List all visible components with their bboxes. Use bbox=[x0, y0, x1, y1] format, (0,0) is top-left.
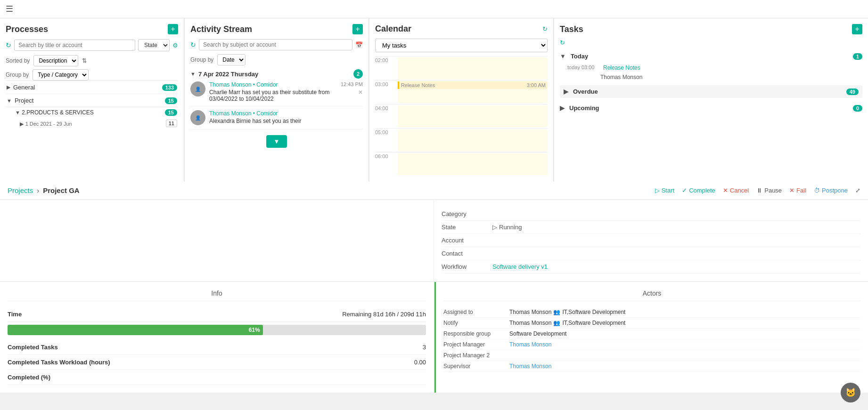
complete-icon: ✓ bbox=[682, 187, 687, 194]
processes-state-select[interactable]: State bbox=[138, 39, 170, 51]
task-item-0: today 03:00 Release Notes bbox=[560, 63, 862, 73]
notify-label: Notify bbox=[443, 320, 509, 326]
info-actors: Info Time Remaining 81d 16h / 209d 11h 6… bbox=[0, 282, 868, 393]
task-title-0[interactable]: Release Notes bbox=[603, 64, 862, 71]
overdue-label: Overdue bbox=[573, 88, 598, 95]
activity-groupby-select[interactable]: Date bbox=[217, 54, 246, 65]
pause-label: Pause bbox=[764, 187, 782, 194]
process-item-general[interactable]: ▶ General 133 bbox=[6, 80, 178, 94]
activity-text-1: Alexandra Birnie has set you as their bbox=[209, 118, 359, 124]
pm-value: Thomas Monson bbox=[509, 341, 551, 348]
cancel-button[interactable]: ✕ Cancel bbox=[723, 187, 749, 194]
menu-icon[interactable]: ☰ bbox=[6, 4, 13, 14]
pause-button[interactable]: ⏸ Pause bbox=[756, 187, 782, 194]
process-subitem-products[interactable]: ▼ 2.PRODUCTS & SERVICES 15 bbox=[6, 107, 178, 118]
progress-label: 61% bbox=[249, 327, 260, 333]
toolbar-actions: ▷ Start ✓ Complete ✕ Cancel ⏸ Pause ✕ Fa… bbox=[655, 187, 860, 194]
pause-icon: ⏸ bbox=[756, 187, 762, 194]
activity-link-1[interactable]: Comidor bbox=[256, 110, 278, 117]
cal-time-0500: 05:00 bbox=[375, 128, 548, 152]
project-count: 15 bbox=[165, 97, 177, 104]
activity-search-input[interactable] bbox=[199, 39, 352, 50]
tasks-refresh-icon[interactable]: ↻ bbox=[560, 39, 862, 46]
cal-slot-0200 bbox=[398, 57, 548, 79]
project-toggle[interactable]: ▼ bbox=[7, 98, 12, 104]
project-detail-left bbox=[0, 200, 434, 281]
products-toggle[interactable]: ▼ bbox=[15, 110, 20, 115]
upcoming-count: 0 bbox=[853, 105, 862, 112]
notify-org-icon: 👥 bbox=[553, 320, 560, 326]
cal-label-0500: 05:00 bbox=[375, 129, 394, 135]
overdue-toggle[interactable]: ▶ bbox=[564, 88, 568, 95]
fail-icon: ✕ bbox=[789, 187, 794, 194]
fail-button[interactable]: ✕ Fail bbox=[789, 187, 806, 194]
supervisor-label: Supervisor bbox=[443, 363, 509, 370]
projectga-toggle[interactable]: ▶ bbox=[20, 121, 24, 127]
completed-pct-row: Completed (%) bbox=[8, 370, 426, 385]
activity-calendar-icon[interactable]: 📅 bbox=[355, 41, 363, 48]
detail-row-state: State ▷ Running bbox=[442, 221, 860, 234]
workflow-value[interactable]: Software delivery v1 bbox=[492, 263, 548, 270]
project-label: Project bbox=[15, 97, 33, 104]
cal-time-0300: 03:00 Release Notes 3:00 AM bbox=[375, 80, 548, 104]
cal-slot-0400 bbox=[398, 105, 548, 127]
upcoming-toggle[interactable]: ▶ bbox=[560, 105, 565, 112]
date-toggle[interactable]: ▼ bbox=[190, 71, 196, 77]
activity-refresh-icon[interactable]: ↻ bbox=[190, 41, 196, 48]
complete-button[interactable]: ✓ Complete bbox=[682, 187, 715, 194]
processes-search-input[interactable] bbox=[14, 40, 135, 51]
state-value: ▷ Running bbox=[492, 224, 522, 231]
sort-order-icon[interactable]: ⇅ bbox=[82, 57, 87, 64]
actors-assigned-row: Assigned to Thomas Monson 👥 IT,Software … bbox=[443, 307, 860, 318]
processes-search-row: ↻ State ⚙ bbox=[6, 39, 178, 51]
calendar-refresh-icon[interactable]: ↻ bbox=[542, 25, 548, 32]
activity-add-button[interactable]: + bbox=[352, 24, 363, 34]
completed-workload-label: Completed Tasks Workload (hours) bbox=[8, 359, 110, 366]
expand-button[interactable]: 11 bbox=[166, 120, 177, 127]
top-bar: ☰ bbox=[0, 0, 868, 18]
progress-bar-container: 61% bbox=[8, 325, 426, 335]
tasks-panel: Tasks + ↻ ▼ Today 1 today 03:00 Release … bbox=[554, 18, 868, 182]
cal-slot-0500 bbox=[398, 129, 548, 151]
tasks-overdue-header[interactable]: ▶ Overdue 49 bbox=[560, 85, 862, 98]
calendar-times: 02:00 03:00 Release Notes 3:00 AM 04:00 … bbox=[375, 56, 548, 176]
process-item-project[interactable]: ▼ Project 15 bbox=[6, 94, 178, 107]
tasks-today-header[interactable]: ▼ Today 1 bbox=[560, 50, 862, 63]
progress-bar-fill: 61% bbox=[8, 325, 263, 335]
actors-notify-row: Notify Thomas Monson 👥 IT,Software Devel… bbox=[443, 318, 860, 329]
tasks-add-button[interactable]: + bbox=[852, 24, 862, 34]
group-by-select[interactable]: Type / Category bbox=[33, 69, 89, 80]
process-subitem-projectga[interactable]: ▶ 1 Dec 2021 - 29 Jun 11 bbox=[6, 118, 178, 129]
calendar-view-select[interactable]: My tasks bbox=[375, 39, 548, 52]
processes-add-button[interactable]: + bbox=[168, 24, 178, 34]
calendar-event[interactable]: Release Notes 3:00 AM bbox=[398, 81, 548, 89]
activity-date-label: 7 Apr 2022 Thursday bbox=[198, 71, 258, 78]
sort-select[interactable]: Description bbox=[33, 55, 78, 66]
today-label: Today bbox=[571, 53, 588, 60]
processes-filter-icon[interactable]: ⚙ bbox=[172, 42, 178, 49]
breadcrumb-projects[interactable]: Projects bbox=[8, 186, 33, 194]
sorted-by-label: Sorted by bbox=[6, 57, 30, 64]
actors-pm2-row: Project Manager 2 bbox=[443, 350, 860, 361]
start-button[interactable]: ▷ Start bbox=[655, 187, 674, 194]
activity-time-0: 12:43 PM bbox=[341, 81, 363, 87]
activity-show-more-button[interactable]: ▼ bbox=[266, 135, 287, 148]
activity-user-1[interactable]: Thomas Monson bbox=[209, 110, 251, 117]
general-toggle[interactable]: ▶ bbox=[7, 84, 10, 90]
tasks-upcoming-section: ▶ Upcoming 0 bbox=[560, 102, 862, 114]
event-title: Release Notes bbox=[401, 82, 435, 88]
tasks-upcoming-header[interactable]: ▶ Upcoming 0 bbox=[560, 102, 862, 114]
detail-row-account: Account bbox=[442, 234, 860, 247]
dashboard: Processes + ↻ State ⚙ Sorted by Descript… bbox=[0, 18, 868, 182]
processes-refresh-icon[interactable]: ↻ bbox=[6, 41, 11, 49]
completed-workload-row: Completed Tasks Workload (hours) 0.00 bbox=[8, 355, 426, 370]
project-toolbar: Projects › Project GA ▷ Start ✓ Complete… bbox=[0, 182, 868, 199]
activity-user-0[interactable]: Thomas Monson bbox=[209, 81, 251, 88]
expand-view-icon[interactable]: ⤢ bbox=[855, 187, 860, 194]
postpone-button[interactable]: ⏱ Postpone bbox=[814, 187, 848, 194]
info-panel: Info Time Remaining 81d 16h / 209d 11h 6… bbox=[0, 282, 434, 393]
today-toggle[interactable]: ▼ bbox=[560, 53, 566, 60]
activity-link-0[interactable]: Comidor bbox=[256, 81, 278, 88]
cal-slot-0300[interactable]: Release Notes 3:00 AM bbox=[398, 81, 548, 103]
activity-close-0[interactable]: ✕ bbox=[358, 89, 363, 96]
